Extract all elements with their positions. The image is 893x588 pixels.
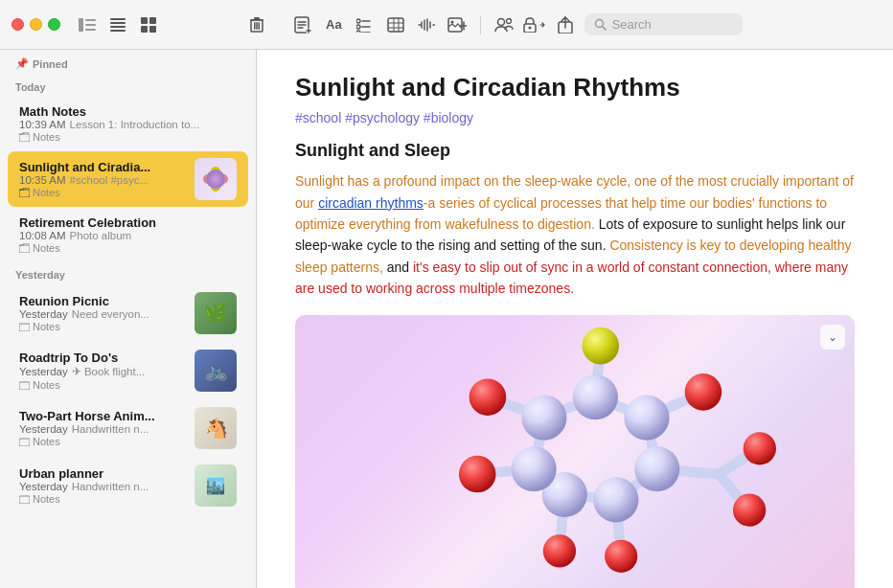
svg-rect-0 — [79, 18, 83, 32]
sidebar-toggle-icon[interactable] — [76, 13, 99, 36]
svg-rect-16 — [250, 19, 263, 21]
svg-point-91 — [583, 327, 620, 364]
toolbar-left — [11, 13, 268, 36]
list-view-icon[interactable] — [106, 13, 129, 36]
note-info: Reunion Picnic Yesterday Need everyon...… — [19, 294, 185, 332]
note-title: Sunlight and Ciradia... — [19, 160, 185, 174]
svg-rect-2 — [85, 24, 96, 26]
svg-rect-4 — [110, 18, 126, 20]
checklist-icon[interactable] — [354, 13, 377, 36]
svg-point-25 — [356, 19, 360, 23]
note-image-container: ⌄ — [295, 315, 855, 588]
svg-rect-59 — [19, 439, 30, 446]
svg-rect-7 — [110, 30, 126, 32]
svg-rect-56 — [19, 245, 30, 253]
svg-point-89 — [543, 534, 576, 567]
note-meta: Yesterday Handwritten n... — [19, 423, 185, 435]
svg-point-83 — [512, 446, 557, 491]
lock-icon[interactable] — [523, 13, 546, 36]
trash-icon[interactable] — [245, 13, 268, 36]
note-info: Sunlight and Ciradia... 10:35 AM #school… — [19, 160, 185, 198]
svg-point-77 — [521, 395, 566, 440]
minimize-button[interactable] — [30, 18, 42, 31]
svg-point-86 — [459, 455, 496, 492]
svg-line-53 — [603, 27, 606, 30]
note-title: Retirement Celebration — [19, 215, 237, 230]
note-meta: 10:39 AM Lesson 1: Introduction to... — [19, 119, 237, 130]
svg-point-27 — [356, 25, 360, 29]
svg-rect-8 — [141, 17, 148, 24]
grid-view-icon[interactable] — [137, 13, 160, 36]
note-thumbnail-roadtrip — [195, 350, 237, 392]
note-item-roadtrip[interactable]: Roadtrip To Do's Yesterday ✈ Book flight… — [8, 343, 248, 398]
note-meta: 10:35 AM #school #psyc... — [19, 174, 185, 186]
body-text-circadian-link[interactable]: circadian rhythms — [318, 195, 424, 211]
svg-rect-11 — [149, 26, 156, 33]
svg-point-87 — [744, 432, 776, 464]
note-thumbnail-urban — [195, 464, 237, 507]
note-thumbnail-horse — [195, 407, 237, 449]
note-folder: Notes — [19, 321, 185, 332]
svg-rect-58 — [19, 382, 30, 390]
note-meta: Yesterday Need everyon... — [19, 308, 185, 320]
note-tags: #school #psychology #biology — [295, 110, 855, 125]
note-item-retirement[interactable]: Retirement Celebration 10:08 AM Photo al… — [8, 209, 248, 260]
svg-point-43 — [450, 20, 453, 23]
svg-rect-57 — [19, 324, 30, 331]
note-editor[interactable]: Sunlight and Circadian Rhythms #school #… — [257, 50, 893, 588]
svg-point-29 — [356, 31, 360, 33]
molecule-illustration — [295, 315, 855, 588]
sidebar: 📌 Pinned Today Math Notes 10:39 AM Lesso… — [0, 50, 257, 588]
svg-point-46 — [497, 18, 504, 25]
svg-rect-6 — [110, 26, 126, 28]
svg-rect-55 — [19, 190, 30, 197]
note-item-urban-planner[interactable]: Urban planner Yesterday Handwritten n...… — [8, 458, 248, 513]
svg-point-88 — [733, 493, 766, 526]
note-item-reunion-picnic[interactable]: Reunion Picnic Yesterday Need everyon...… — [8, 285, 248, 341]
note-body-paragraph: Sunlight has a profound impact on the sl… — [295, 170, 855, 299]
note-item-horse-anim[interactable]: Two-Part Horse Anim... Yesterday Handwri… — [8, 400, 248, 456]
svg-point-52 — [595, 20, 603, 28]
note-meta: Yesterday Handwritten n... — [19, 481, 185, 492]
svg-point-79 — [624, 395, 669, 440]
audio-icon[interactable] — [415, 13, 438, 36]
svg-rect-13 — [254, 22, 256, 30]
note-folder: Notes — [19, 436, 185, 447]
collaborate-icon[interactable] — [492, 13, 515, 36]
note-folder: Notes — [19, 242, 237, 254]
traffic-lights — [11, 18, 60, 31]
new-note-icon[interactable] — [291, 13, 314, 36]
note-title: Urban planner — [19, 466, 185, 481]
svg-rect-5 — [110, 22, 126, 24]
note-item-math-notes[interactable]: Math Notes 10:39 AM Lesson 1: Introducti… — [8, 98, 248, 149]
note-info: Math Notes 10:39 AM Lesson 1: Introducti… — [19, 104, 237, 143]
svg-point-81 — [593, 477, 638, 522]
svg-rect-17 — [254, 17, 260, 19]
note-title: Two-Part Horse Anim... — [19, 409, 185, 423]
note-info: Urban planner Yesterday Handwritten n...… — [19, 466, 185, 505]
note-folder: Notes — [19, 187, 185, 198]
search-icon — [594, 18, 607, 31]
note-info: Retirement Celebration 10:08 AM Photo al… — [19, 215, 237, 254]
maximize-button[interactable] — [48, 18, 60, 31]
pin-icon: 📌 — [15, 57, 29, 70]
share-icon[interactable] — [554, 13, 577, 36]
svg-rect-15 — [259, 22, 261, 30]
svg-point-49 — [528, 26, 531, 29]
close-button[interactable] — [11, 18, 24, 31]
svg-rect-60 — [19, 496, 30, 504]
format-text-icon[interactable]: Aa — [322, 13, 346, 36]
note-folder: Notes — [19, 493, 185, 505]
svg-point-85 — [469, 378, 507, 416]
svg-point-80 — [634, 446, 679, 491]
svg-point-78 — [573, 374, 618, 419]
note-item-sunlight-circadian[interactable]: Sunlight and Ciradia... 10:35 AM #school… — [8, 151, 248, 207]
search-bar[interactable]: Search — [584, 13, 743, 35]
note-thumbnail-molecular — [195, 158, 237, 200]
media-insert-icon[interactable] — [446, 13, 469, 36]
note-title: Roadtrip To Do's — [19, 351, 185, 365]
svg-rect-1 — [85, 19, 96, 21]
table-icon[interactable] — [384, 13, 407, 36]
note-info: Roadtrip To Do's Yesterday ✈ Book flight… — [19, 351, 185, 391]
pinned-section-header: 📌 Pinned — [0, 50, 256, 74]
